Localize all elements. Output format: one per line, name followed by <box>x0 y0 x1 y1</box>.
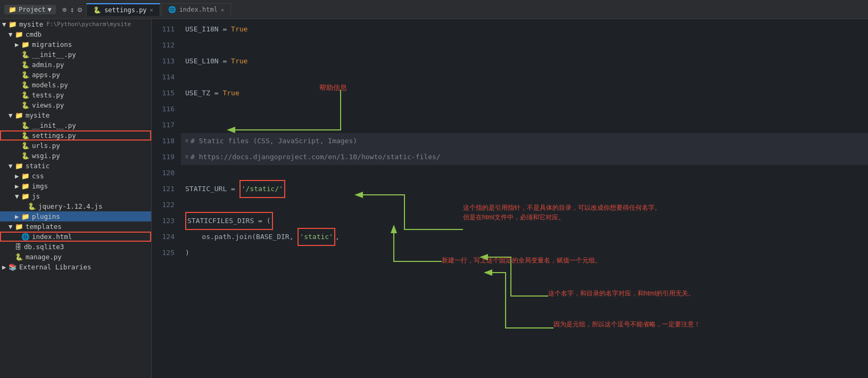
init-mysite-icon: 🐍 <box>21 121 30 129</box>
code-line-122 <box>181 197 868 213</box>
code-token: os.path.join(BASE_DIR, <box>185 229 297 245</box>
wsgi-py-icon: 🐍 <box>21 152 30 160</box>
sidebar-label-db-sqlite3: db.sqlite3 <box>24 243 64 251</box>
sidebar-item-settings-py[interactable]: 🐍 settings.py <box>0 130 151 141</box>
sidebar-label-settings-py: settings.py <box>32 132 76 139</box>
toolbar-icon-1[interactable]: ⊕ <box>62 5 67 14</box>
sidebar-item-wsgi-py[interactable]: 🐍 wsgi.py <box>0 151 151 161</box>
code-token: STATICFILES_DIRS <box>187 217 254 225</box>
models-py-icon: 🐍 <box>21 81 30 89</box>
sidebar-item-views-py[interactable]: 🐍 views.py <box>0 100 151 110</box>
code-token: '/static/' <box>242 185 283 193</box>
code-token: = <box>219 53 231 69</box>
sidebar-item-apps-py[interactable]: 🐍 apps.py <box>0 70 151 80</box>
templates-folder-icon: 📁 <box>15 223 23 231</box>
ln-121: 121 <box>152 181 175 197</box>
sidebar-item-js[interactable]: ▼ 📁 js <box>0 191 151 201</box>
code-token: ) <box>185 245 189 261</box>
ln-116: 116 <box>152 101 175 117</box>
sidebar-label-templates: templates <box>26 223 62 231</box>
code-line-118: ▽ # Static files (CSS, JavaScript, Image… <box>181 133 868 149</box>
sidebar-item-manage-py[interactable]: 🐍 manage.py <box>0 252 151 262</box>
sidebar-item-urls-py[interactable]: 🐍 urls.py <box>0 141 151 151</box>
code-token: USE_I18N <box>185 21 219 37</box>
code-editor[interactable]: 111 112 113 114 115 116 117 118 119 120 … <box>152 19 868 378</box>
annotation-comma: 因为是元组，所以这个逗号不能省略，一定要注意！ <box>553 320 700 329</box>
static-folder-icon: 📁 <box>15 162 23 170</box>
toolbar-icon-3[interactable]: ⚙ <box>78 5 82 14</box>
manage-py-icon: 🐍 <box>15 253 23 261</box>
sidebar-label-init-mysite: __init__.py <box>32 121 76 129</box>
ln-123: 123 <box>152 213 175 229</box>
index-html-icon: 🌐 <box>21 233 30 241</box>
sidebar-item-admin-py[interactable]: 🐍 admin.py <box>0 60 151 70</box>
ln-117: 117 <box>152 117 175 133</box>
sidebar-label-models-py: models.py <box>32 81 68 89</box>
code-line-114 <box>181 69 868 85</box>
settings-py-icon: 🐍 <box>21 132 30 139</box>
sidebar-item-index-html[interactable]: 🌐 index.html <box>0 232 151 242</box>
urls-py-icon: 🐍 <box>21 142 30 150</box>
staticfiles-dirs-highlighted: STATICFILES_DIRS = ( <box>185 212 273 230</box>
sidebar-item-mysite-pkg[interactable]: ▼ 📁 mysite <box>0 110 151 120</box>
sidebar-item-init-cmdb[interactable]: 🐍 __init__.py <box>0 50 151 60</box>
file-tree-sidebar: ▼ 📁 mysite F:\Python\pycharm\mysite ▼ 📁 … <box>0 19 152 378</box>
tab-index-html[interactable]: 🌐 index.html ✕ <box>161 3 231 15</box>
code-token: STATIC_URL <box>185 181 227 197</box>
code-token: USE_L10N <box>185 53 219 69</box>
sidebar-item-external-libraries[interactable]: ▶ 📚 External Libraries <box>0 262 151 272</box>
sidebar-item-models-py[interactable]: 🐍 models.py <box>0 80 151 90</box>
toolbar-icon-2[interactable]: ↕ <box>70 5 74 14</box>
sidebar-item-static[interactable]: ▼ 📁 static <box>0 161 151 171</box>
code-line-124: os.path.join(BASE_DIR, 'static' , <box>181 229 868 245</box>
sidebar-label-views-py: views.py <box>32 101 64 109</box>
sidebar-label-mysite-pkg: mysite <box>26 111 49 119</box>
sidebar-item-imgs[interactable]: ▶ 📁 imgs <box>0 181 151 191</box>
mysite-pkg-folder-icon: 📁 <box>15 111 23 119</box>
sidebar-label-mysite: mysite <box>19 20 43 28</box>
sidebar-item-tests-py[interactable]: 🐍 tests.py <box>0 90 151 100</box>
db-sqlite3-icon: 🗄 <box>15 243 22 251</box>
sidebar-item-migrations[interactable]: ▶ 📁 migrations <box>0 39 151 50</box>
sidebar-item-init-mysite[interactable]: 🐍 __init__.py <box>0 120 151 130</box>
sidebar-label-ext-libs: External Libraries <box>19 263 91 271</box>
code-token: = <box>219 21 231 37</box>
code-token: = <box>227 181 239 197</box>
migrations-folder-icon: 📁 <box>21 40 30 48</box>
ln-112: 112 <box>152 37 175 53</box>
imgs-folder-icon: 📁 <box>21 182 30 190</box>
code-line-113: USE_L10N = True <box>181 53 868 69</box>
code-line-115: USE_TZ = True <box>181 85 868 101</box>
ln-125: 125 <box>152 245 175 261</box>
sidebar-item-templates[interactable]: ▼ 📁 templates <box>0 221 151 232</box>
ln-114: 114 <box>152 69 175 85</box>
sidebar-item-css[interactable]: ▶ 📁 css <box>0 171 151 181</box>
ln-120: 120 <box>152 165 175 181</box>
tab-settings-py[interactable]: 🐍 settings.py ✕ <box>86 3 160 16</box>
sidebar-item-jquery[interactable]: 🐍 jquery-1.12.4.js <box>0 201 151 211</box>
project-dropdown-icon: ▼ <box>48 6 52 13</box>
code-line-112 <box>181 37 868 53</box>
sidebar-item-mysite-root[interactable]: ▼ 📁 mysite F:\Python\pycharm\mysite <box>0 19 151 29</box>
sidebar-label-apps-py: apps.py <box>32 71 60 79</box>
sidebar-label-cmdb: cmdb <box>26 30 42 38</box>
expand-arrow-migrations: ▶ <box>15 40 20 48</box>
sidebar-item-db-sqlite3[interactable]: 🗄 db.sqlite3 <box>0 242 151 252</box>
tab-index-html-close[interactable]: ✕ <box>221 7 224 13</box>
js-folder-icon: 📁 <box>21 192 30 200</box>
ln-118: 118 <box>152 133 175 149</box>
tab-index-html-label: index.html <box>179 6 218 13</box>
tab-settings-py-close[interactable]: ✕ <box>150 7 153 13</box>
cmdb-folder-icon: 📁 <box>15 30 23 38</box>
sidebar-label-init-cmdb: __init__.py <box>32 51 76 59</box>
sidebar-label-index-html: index.html <box>32 233 72 241</box>
sidebar-item-plugins[interactable]: ▶ 📁 plugins <box>0 211 151 221</box>
project-selector[interactable]: 📁 Project ▼ <box>4 5 56 14</box>
line-numbers: 111 112 113 114 115 116 117 118 119 120 … <box>152 19 181 378</box>
sidebar-label-jquery: jquery-1.12.4.js <box>38 202 102 210</box>
sidebar-label-static: static <box>26 162 49 170</box>
code-token: = <box>210 85 222 101</box>
sidebar-item-cmdb[interactable]: ▼ 📁 cmdb <box>0 29 151 39</box>
ln-111: 111 <box>152 21 175 37</box>
spacer <box>15 51 20 59</box>
